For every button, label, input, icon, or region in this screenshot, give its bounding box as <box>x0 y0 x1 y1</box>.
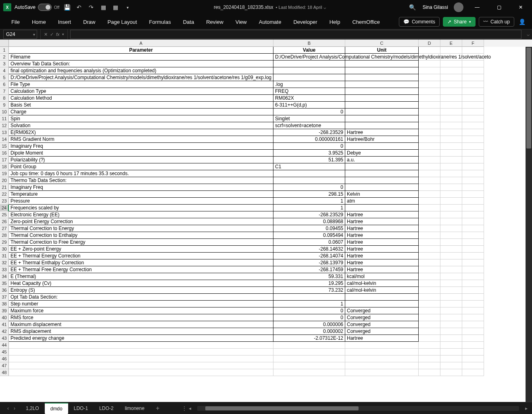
cell-B41[interactable]: 0.000006 <box>273 321 345 328</box>
cell-F28[interactable] <box>462 232 484 239</box>
sheet-nav-arrows[interactable]: ‹› <box>3 406 19 411</box>
cell-B3[interactable] <box>273 61 345 67</box>
cell-D48[interactable] <box>419 369 440 376</box>
cell-A48[interactable] <box>9 369 273 376</box>
cell-D40[interactable] <box>419 314 440 321</box>
cell-B26[interactable]: 0.088968 <box>273 218 345 225</box>
hscroll-left-icon[interactable]: ◂ <box>188 406 192 411</box>
cell-F26[interactable] <box>462 218 484 225</box>
cell-F14[interactable] <box>462 136 484 143</box>
col-header-A[interactable]: A <box>9 40 273 47</box>
cell-F9[interactable] <box>462 102 484 109</box>
cell-D21[interactable] <box>419 184 440 191</box>
cell-F21[interactable] <box>462 184 484 191</box>
cell-A25[interactable]: Electronic Energy (EE) <box>9 211 273 218</box>
cell-A7[interactable]: Calculation Type <box>9 88 273 95</box>
cell-F17[interactable] <box>462 157 484 163</box>
qat-icon-1[interactable]: ▦ <box>99 3 108 12</box>
cell-D22[interactable] <box>419 191 440 198</box>
cell-B30[interactable]: -268.14632 <box>273 246 345 253</box>
cell-A14[interactable]: RMS Gradient Norm <box>9 136 273 143</box>
cell-D32[interactable] <box>419 259 440 266</box>
cell-A30[interactable]: EE + Zero-point Energy <box>9 246 273 253</box>
comments-button[interactable]: 💬Comments <box>399 17 440 27</box>
cell-F25[interactable] <box>462 211 484 218</box>
filename-area[interactable]: res_20240418_182335.xlsx • Last Modified… <box>135 4 405 10</box>
row-header-46[interactable]: 46 <box>0 355 9 362</box>
cell-E46[interactable] <box>440 355 462 362</box>
cell-C27[interactable]: Hartree <box>345 225 419 232</box>
cell-F42[interactable] <box>462 328 484 335</box>
row-header-16[interactable]: 16 <box>0 150 9 157</box>
cancel-fx-icon[interactable]: ✕ <box>44 32 48 37</box>
cell-B10[interactable]: 0 <box>273 109 345 115</box>
row-header-43[interactable]: 43 <box>0 335 9 342</box>
cell-F24[interactable] <box>462 205 484 211</box>
ribbon-tab-review[interactable]: Review <box>200 17 229 27</box>
row-header-31[interactable]: 31 <box>0 253 9 259</box>
cell-B11[interactable]: Singlet <box>273 115 345 122</box>
cell-B12[interactable]: scrf=solvent=acetone <box>273 122 345 129</box>
cell-B35[interactable]: 19.295 <box>273 280 345 287</box>
row-header-37[interactable]: 37 <box>0 294 9 301</box>
cell-E16[interactable] <box>440 150 462 157</box>
fx-expand-icon[interactable]: ⌵ <box>524 31 532 37</box>
row-header-1[interactable]: 1 <box>0 47 9 54</box>
cell-E47[interactable] <box>440 362 462 369</box>
cell-F33[interactable] <box>462 266 484 273</box>
cell-B17[interactable]: 51.395 <box>273 157 345 163</box>
cell-E32[interactable] <box>440 259 462 266</box>
row-header-42[interactable]: 42 <box>0 328 9 335</box>
row-header-7[interactable]: 7 <box>0 88 9 95</box>
cell-C29[interactable]: Hartree <box>345 239 419 246</box>
cell-F3[interactable] <box>462 61 484 67</box>
cell-B7[interactable]: FREQ <box>273 88 345 95</box>
row-header-12[interactable]: 12 <box>0 122 9 129</box>
cell-D29[interactable] <box>419 239 440 246</box>
cell-F6[interactable] <box>462 81 484 88</box>
cell-A9[interactable]: Basis Set <box>9 102 273 109</box>
row-header-34[interactable]: 34 <box>0 273 9 280</box>
cell-C8[interactable] <box>345 95 419 102</box>
cell-C4[interactable] <box>345 67 419 74</box>
cell-A43[interactable]: Predicted energy change <box>9 335 273 342</box>
row-header-26[interactable]: 26 <box>0 218 9 225</box>
cell-B42[interactable]: 0.000002 <box>273 328 345 335</box>
row-header-18[interactable]: 18 <box>0 163 9 170</box>
cell-C39[interactable]: Converged <box>345 307 419 314</box>
cell-D6[interactable] <box>419 81 440 88</box>
cell-C17[interactable]: a.u. <box>345 157 419 163</box>
header-cell-F[interactable] <box>462 47 484 54</box>
cell-F22[interactable] <box>462 191 484 198</box>
ribbon-collapse-icon[interactable]: 👤 <box>517 17 526 26</box>
cell-F37[interactable] <box>462 294 484 301</box>
fx-icon[interactable]: fx <box>56 32 60 37</box>
sheet-tab-dmdo[interactable]: dmdo <box>45 403 68 414</box>
cell-E26[interactable] <box>440 218 462 225</box>
cell-E43[interactable] <box>440 335 462 342</box>
cell-A26[interactable]: Zero-point Energy Correction <box>9 218 273 225</box>
accept-fx-icon[interactable]: ✓ <box>50 32 54 37</box>
cell-F8[interactable] <box>462 95 484 102</box>
cell-A15[interactable]: Imaginary Freq <box>9 143 273 150</box>
cell-A33[interactable]: EE + Thermal Free Energy Correction <box>9 266 273 273</box>
row-header-15[interactable]: 15 <box>0 143 9 150</box>
row-header-29[interactable]: 29 <box>0 239 9 246</box>
cell-D12[interactable] <box>419 122 440 129</box>
cell-A36[interactable]: Entropy (S) <box>9 287 273 294</box>
cell-B23[interactable]: 1 <box>273 198 345 205</box>
cell-A11[interactable]: Spin <box>9 115 273 122</box>
col-header-F[interactable]: F <box>462 40 484 47</box>
col-header-E[interactable]: E <box>440 40 462 47</box>
cell-B6[interactable]: .log <box>273 81 345 88</box>
qat-icon-2[interactable]: ▦ <box>111 3 120 12</box>
header-cell-A[interactable]: Parameter <box>9 47 273 54</box>
ribbon-tab-help[interactable]: Help <box>324 17 346 27</box>
row-header-17[interactable]: 17 <box>0 157 9 163</box>
row-header-5[interactable]: 5 <box>0 74 9 81</box>
cell-D34[interactable] <box>419 273 440 280</box>
cell-F10[interactable] <box>462 109 484 115</box>
cell-B15[interactable]: 0 <box>273 143 345 150</box>
cell-F16[interactable] <box>462 150 484 157</box>
row-header-33[interactable]: 33 <box>0 266 9 273</box>
